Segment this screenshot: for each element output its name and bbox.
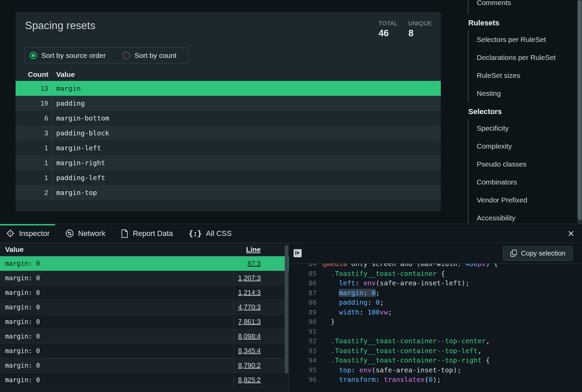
nav-group: SelectorsSpecificityComplexityPseudo cla… (468, 106, 577, 227)
row-value: padding (52, 99, 85, 107)
nav-group: RulesetsSelectors per RuleSetDeclaration… (468, 17, 577, 102)
copy-selection-label: Copy selection (521, 249, 565, 257)
unique-label: UNIQUE (408, 20, 432, 27)
sidebar-item-pseudo-classes[interactable]: Pseudo classes (477, 155, 577, 173)
table-row[interactable]: 1margin-left (16, 140, 441, 155)
app-root: Spacing resets TOTAL 46 UNIQUE 8 Sort by… (0, 0, 582, 392)
line-number: 91 (289, 327, 317, 336)
line-number: 89 (289, 307, 317, 317)
table-row[interactable]: 6margin-bottom (16, 111, 441, 126)
inspector-row[interactable]: margin: 087:3 (0, 256, 288, 271)
panel-body: Value Line margin: 087:3margin: 01,207:3… (0, 243, 582, 392)
inspector-row[interactable]: margin: 08,825:2 (0, 373, 288, 387)
radio-selected-icon[interactable] (29, 52, 37, 59)
code-view[interactable]: 84@media only screen and (max-width: 480… (289, 264, 582, 392)
property-table: Count Value 13margin19padding6margin-bot… (16, 68, 441, 200)
sidebar-item-nesting[interactable]: Nesting (477, 84, 577, 102)
page-scrollbar-thumb[interactable] (578, 0, 582, 220)
radio-unselected-icon[interactable] (123, 52, 130, 59)
inspector-row[interactable]: margin: 01,214:3 (0, 285, 288, 300)
inspector-row[interactable]: margin: 08,345:4 (0, 344, 288, 358)
row-value: padding-block (52, 129, 109, 137)
inspector-row[interactable]: margin: 01,207:3 (0, 271, 288, 285)
tab-all-css[interactable]: {:}All CSS (189, 229, 247, 238)
sidebar-item-ruleset-sizes[interactable]: RuleSet sizes (477, 66, 577, 84)
panel-toggle-button[interactable] (294, 249, 302, 257)
active-tab-indicator (0, 224, 55, 225)
code-line: 94 .Toastify__toast-container--top-right… (289, 355, 582, 365)
sidebar-item-comments[interactable]: Comments (477, 0, 577, 14)
row-value: margin-left (52, 144, 101, 152)
nav-list: Selectors per RuleSetDeclarations per Ru… (468, 30, 577, 102)
copy-icon (510, 249, 517, 257)
line-cell: 7,861:3 (234, 314, 288, 329)
line-link[interactable]: 8,345:4 (238, 347, 261, 355)
sidebar-item-vendor-prefixed[interactable]: Vendor Prefixed (477, 191, 577, 209)
unique-stat: UNIQUE 8 (408, 20, 432, 39)
line-number: 95 (289, 365, 317, 375)
code-line: 96 transform: translatex(0); (289, 375, 582, 385)
line-number: 93 (289, 346, 317, 356)
code-line: 87 margin: 0; (289, 288, 582, 298)
count-column-header: Count (16, 70, 52, 79)
sort-control: Sort by source order Sort by count (24, 47, 188, 63)
nav-list: SpecificityComplexityPseudo classesCombi… (468, 119, 577, 227)
sidebar-item-combinators[interactable]: Combinators (477, 173, 577, 191)
table-row[interactable]: 1margin-right (16, 155, 441, 170)
declaration-value: margin: 0 (0, 373, 234, 387)
inspector-row[interactable]: margin: 07,861:3 (0, 314, 288, 329)
inspector-row[interactable]: margin: 08,098:4 (0, 329, 288, 344)
inspector-row[interactable]: margin: 04,770:3 (0, 300, 288, 314)
inspector-scrollbar-thumb[interactable] (285, 245, 288, 374)
line-cell: 4,770:3 (234, 300, 288, 314)
code-pane: Copy selection 84@media only screen and … (288, 243, 582, 392)
line-link[interactable]: 7,861:3 (238, 318, 261, 326)
code-line: 89 width: 100vw; (289, 307, 582, 317)
row-value: margin-top (52, 189, 97, 197)
tab-inspector[interactable]: Inspector (6, 229, 65, 238)
line-link[interactable]: 1,207:3 (238, 274, 261, 282)
sort-by-count-option[interactable]: Sort by count (123, 51, 176, 60)
nav-list: Comments (468, 0, 577, 14)
line-link[interactable]: 1,214:3 (238, 289, 261, 297)
copy-selection-button[interactable]: Copy selection (503, 246, 573, 261)
row-value: margin-bottom (52, 114, 109, 122)
line-number: 92 (289, 336, 317, 346)
sidebar-item-complexity[interactable]: Complexity (477, 137, 577, 155)
line-column-sort-link[interactable]: Line (234, 245, 288, 254)
sort-by-source-order-option[interactable]: Sort by source order (29, 51, 106, 60)
line-cell: 8,345:4 (234, 344, 288, 358)
line-link[interactable]: 4,770:3 (238, 303, 261, 311)
code-text: .Toastify__toast-container--top-left, (317, 346, 482, 356)
table-row[interactable]: 2margin-top (16, 185, 441, 200)
code-text: left: env(safe-area-inset-left); (317, 278, 470, 288)
table-row[interactable]: 3padding-block (16, 126, 441, 140)
table-row[interactable]: 1padding-left (16, 170, 441, 185)
table-row[interactable]: 19padding (16, 96, 441, 111)
code-text: } (317, 317, 335, 327)
table-row[interactable]: 13margin (16, 81, 441, 96)
sidebar-item-selectors-per-ruleset[interactable]: Selectors per RuleSet (477, 30, 577, 48)
sort-option-label: Sort by source order (41, 51, 106, 60)
code-toolbar: Copy selection (289, 243, 582, 264)
sidebar-item-declarations-per-ruleset[interactable]: Declarations per RuleSet (477, 48, 577, 66)
tab-network[interactable]: Network (65, 229, 121, 238)
code-line: 88 padding: 0; (289, 298, 582, 307)
card-header: Spacing resets TOTAL 46 UNIQUE 8 (16, 12, 441, 39)
tab-report-data[interactable]: Report Data (121, 229, 189, 238)
line-number: 85 (289, 269, 317, 279)
line-link[interactable]: 8,098:4 (238, 332, 261, 340)
expand-panel-icon (295, 250, 300, 257)
line-link[interactable]: 87:3 (247, 260, 261, 267)
line-link[interactable]: 8,825:2 (238, 376, 261, 384)
row-count: 3 (16, 126, 52, 140)
line-link[interactable]: 8,790:2 (238, 362, 261, 369)
inspector-row[interactable]: margin: 08,790:2 (0, 358, 288, 373)
row-count: 6 (16, 111, 52, 126)
sidebar-item-specificity[interactable]: Specificity (477, 119, 577, 137)
tabs: InspectorNetworkReport Data{:}All CSS (6, 229, 247, 238)
code-line: 85 .Toastify__toast-container { (289, 269, 582, 279)
declaration-value: margin: 0 (0, 300, 234, 314)
declaration-value: margin: 0 (0, 329, 234, 343)
close-icon[interactable]: ✕ (567, 229, 575, 238)
